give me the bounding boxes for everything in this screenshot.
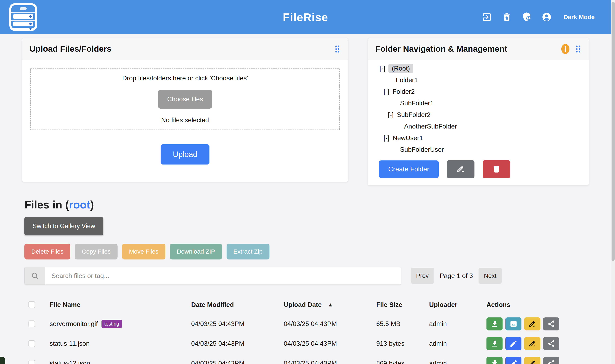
rename-pencil-icon [528,340,536,348]
row-checkbox[interactable] [28,360,35,364]
tag-badge[interactable]: testing [102,320,122,328]
file-size: 869 bytes [376,360,429,364]
search-box [24,267,401,285]
tree-folder-label[interactable]: SubFolderUser [400,146,444,153]
restore-trash-icon[interactable] [502,12,512,22]
tree-folder-label[interactable]: Folder1 [396,76,418,84]
scrollbar-track[interactable] [611,0,615,364]
rename-folder-button[interactable] [447,160,474,178]
column-header-file-name[interactable]: File Name [50,301,191,309]
file-name[interactable]: status-11.json [50,340,90,347]
drag-handle-icon[interactable] [334,45,341,53]
drag-handle-icon[interactable] [575,45,581,53]
preview-image-button[interactable] [505,317,522,330]
delete-folder-button[interactable] [483,160,510,178]
tree-folder-label[interactable]: SubFolder1 [400,99,434,107]
folder-tree-item[interactable]: SubFolder1 [368,97,589,109]
tree-folder-label[interactable]: SubFolder2 [397,111,430,118]
folder-tree-item[interactable]: [-] NewUser1 [368,132,589,144]
rename-pencil-icon [528,359,536,364]
delete-files-button[interactable]: Delete Files [24,244,70,260]
file-size: 913 bytes [376,340,429,347]
scrollbar-thumb[interactable] [612,2,615,261]
share-file-button[interactable] [543,337,559,350]
uploader: admin [429,360,486,364]
top-bar: FileRise Dark Mode [0,0,611,34]
tree-folder-label[interactable]: (Root) [388,64,413,73]
share-icon [547,320,555,328]
download-file-button[interactable] [486,317,503,330]
no-files-selected-text: No files selected [161,116,209,124]
trash-icon [492,165,501,174]
move-files-button[interactable]: Move Files [122,244,165,260]
folder-tree-item[interactable]: SubFolderUser [368,144,589,155]
date-modified: 04/03/25 04:43PM [191,320,284,328]
extract-zip-button[interactable]: Extract Zip [227,244,269,260]
logout-icon[interactable] [482,12,492,22]
download-file-button[interactable] [486,337,503,350]
upload-date: 04/03/25 04:43PM [284,360,376,364]
sort-asc-icon: ▲ [328,301,333,308]
date-modified: 04/03/25 04:43PM [191,360,284,364]
dark-mode-toggle[interactable]: Dark Mode [563,14,595,21]
pagination: Prev Page 1 of 3 Next [411,267,502,285]
share-file-button[interactable] [543,317,559,330]
toast-corner [0,357,5,364]
upload-dropzone[interactable]: Drop files/folders here or click 'Choose… [30,68,340,130]
file-name[interactable]: servermonitor.gif [50,320,98,328]
edit-file-button[interactable] [505,357,522,364]
column-header-file-size[interactable]: File Size [376,301,429,309]
create-folder-button[interactable]: Create Folder [379,160,439,178]
folder-tree: [-] (Root) Folder1 [-] Folder2 SubFolder… [368,63,589,155]
upload-date-label: Upload Date [284,301,322,309]
tree-toggle[interactable]: [-] [384,134,389,142]
upload-card: Upload Files/Folders Drop files/folders … [22,38,348,182]
download-file-button[interactable] [486,357,503,364]
choose-files-button[interactable]: Choose files [158,90,212,109]
current-folder-link[interactable]: root [69,198,90,211]
column-header-date-modified[interactable]: Date Modified [191,301,284,309]
files-heading-prefix: Files in ( [24,198,69,211]
share-file-button[interactable] [543,357,559,364]
files-heading: Files in (root) [24,198,94,211]
search-input[interactable] [45,267,401,285]
column-header-upload-date[interactable]: Upload Date▲ [284,301,376,309]
column-header-uploader[interactable]: Uploader [429,301,486,309]
column-header-actions: Actions [486,301,591,309]
tree-folder-label[interactable]: AnotherSubFolder [404,123,457,130]
user-account-icon[interactable] [542,12,552,22]
file-name[interactable]: status-12.json [50,360,90,364]
prev-page-button[interactable]: Prev [411,268,434,284]
row-checkbox[interactable] [28,321,35,327]
tree-toggle[interactable]: [-] [384,88,389,95]
info-icon[interactable] [561,43,570,54]
upload-date: 04/03/25 04:43PM [284,340,376,347]
tree-folder-label[interactable]: Folder2 [393,88,415,95]
upload-button[interactable]: Upload [161,144,209,165]
tree-folder-label[interactable]: NewUser1 [393,134,423,142]
edit-pencil-icon [456,165,465,174]
tree-toggle[interactable]: [-] [388,111,393,118]
table-body: servermonitor.gif testing 04/03/25 04:43… [22,314,591,364]
rename-file-button[interactable] [524,317,540,330]
folder-tree-item[interactable]: [-] Folder2 [368,86,589,97]
select-all-checkbox[interactable] [28,301,35,308]
edit-file-button[interactable] [505,337,522,350]
folder-tree-item[interactable]: [-] (Root) [368,63,589,74]
rename-file-button[interactable] [524,357,540,364]
admin-shield-icon[interactable] [522,12,532,22]
folder-navigation-card: Folder Navigation & Management [-] (Root… [368,38,589,186]
download-icon [491,359,499,364]
folder-tree-item[interactable]: Folder1 [368,74,589,86]
folder-tree-item[interactable]: AnotherSubFolder [368,121,589,132]
download-zip-button[interactable]: Download ZIP [170,244,222,260]
rename-file-button[interactable] [524,337,540,350]
folder-tree-item[interactable]: [-] SubFolder2 [368,109,589,121]
switch-gallery-view-button[interactable]: Switch to Gallery View [24,217,103,235]
table-header-row: File Name Date Modified Upload Date▲ Fil… [22,295,591,314]
tree-toggle[interactable]: [-] [379,65,385,72]
next-page-button[interactable]: Next [479,268,502,284]
download-icon [491,340,499,348]
copy-files-button[interactable]: Copy Files [75,244,118,260]
row-checkbox[interactable] [28,340,35,347]
